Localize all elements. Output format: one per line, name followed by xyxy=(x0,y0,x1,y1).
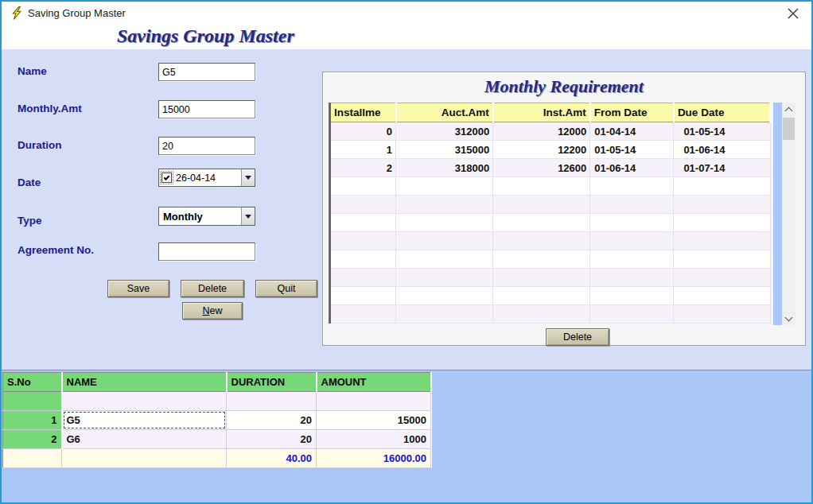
scroll-up-button[interactable] xyxy=(782,103,795,116)
summary-row[interactable]: 2 G6 20 1000 xyxy=(3,430,431,449)
agreement-no-label: Agreement No. xyxy=(18,244,94,256)
grid-header-row: Installme Auct.Amt Inst.Amt From Date Du… xyxy=(330,103,771,122)
cell-name-selected[interactable]: G5 xyxy=(62,411,227,430)
cell-due-date[interactable]: 01-05-14 xyxy=(674,122,770,141)
window-title: Saving Group Master xyxy=(28,7,126,19)
grid-header-due-date: Due Date xyxy=(674,103,770,122)
cell-duration[interactable]: 20 xyxy=(227,411,317,430)
monthly-amt-label: Monthly.Amt xyxy=(18,103,82,114)
grid-header-auct-amt: Auct.Amt xyxy=(396,103,493,122)
duration-input[interactable] xyxy=(158,137,255,155)
lightning-icon xyxy=(9,6,22,20)
cell-installment[interactable]: 1 xyxy=(330,141,396,159)
grid-empty-row[interactable] xyxy=(330,269,771,287)
cell-amount[interactable]: 15000 xyxy=(317,411,431,430)
name-input[interactable] xyxy=(158,63,255,81)
cell-installment[interactable]: 0 xyxy=(330,122,396,141)
chevron-down-icon xyxy=(785,313,793,321)
grid-empty-row[interactable] xyxy=(330,287,771,305)
cell-from-date[interactable]: 01-05-14 xyxy=(590,141,674,159)
panel-title: Monthly Requirement xyxy=(323,76,805,97)
type-selected-value: Monthly xyxy=(159,211,241,223)
summary-header-sno: S.No xyxy=(3,373,62,392)
cell-name[interactable]: G6 xyxy=(62,430,227,449)
cell-duration[interactable]: 20 xyxy=(227,430,317,449)
cell-auct-amt[interactable]: 315000 xyxy=(396,141,493,159)
cell-inst-amt[interactable]: 12600 xyxy=(493,159,590,177)
date-dropdown-button[interactable] xyxy=(241,169,255,186)
page-title: Savings Group Master xyxy=(117,25,294,47)
cell-installment[interactable]: 2 xyxy=(330,159,396,177)
name-label: Name xyxy=(18,65,47,77)
summary-header-name: NAME xyxy=(62,373,227,392)
cell-due-date[interactable]: 01-06-14 xyxy=(674,141,770,159)
summary-empty-row[interactable] xyxy=(3,392,431,411)
grid-row[interactable]: 0 312000 12000 01-04-14 01-05-14 xyxy=(330,122,771,141)
grid-empty-row[interactable] xyxy=(330,250,771,269)
cell-from-date[interactable]: 01-04-14 xyxy=(590,122,674,141)
total-amount: 16000.00 xyxy=(317,449,431,468)
monthly-requirement-panel: Monthly Requirement Installme Auct.Amt I… xyxy=(322,72,806,346)
chevron-up-icon xyxy=(785,107,793,115)
check-icon xyxy=(164,174,170,180)
cell-sno[interactable]: 1 xyxy=(3,411,62,430)
summary-header-amount: AMOUNT xyxy=(317,373,431,392)
date-checkbox[interactable] xyxy=(160,171,173,184)
summary-total-row: 40.00 16000.00 xyxy=(3,449,431,468)
grid-empty-row[interactable] xyxy=(330,232,771,250)
grid-row[interactable]: 2 318000 12600 01-06-14 01-07-14 xyxy=(330,159,771,177)
grid-scrollbar[interactable] xyxy=(782,103,795,325)
grid-header-from-date: From Date xyxy=(590,103,674,122)
monthly-amt-input[interactable] xyxy=(158,100,255,118)
save-button[interactable]: Save xyxy=(107,280,169,297)
grid-delete-button[interactable]: Delete xyxy=(546,328,609,346)
cell-inst-amt[interactable]: 12000 xyxy=(493,122,590,141)
groups-summary-table: S.No NAME DURATION AMOUNT 1 G5 20 15000 xyxy=(2,372,432,468)
summary-header-duration: DURATION xyxy=(227,373,317,392)
grid-empty-row[interactable] xyxy=(330,177,771,196)
date-value: 26-04-14 xyxy=(173,173,241,184)
duration-label: Duration xyxy=(18,139,62,151)
cell-auct-amt[interactable]: 318000 xyxy=(396,159,493,177)
type-dropdown-button[interactable] xyxy=(241,207,255,225)
cell-auct-amt[interactable]: 312000 xyxy=(396,122,493,141)
cell-amount[interactable]: 1000 xyxy=(317,430,431,449)
grid-empty-row[interactable] xyxy=(330,305,771,324)
cell-due-date[interactable]: 01-07-14 xyxy=(674,159,770,177)
type-label: Type xyxy=(18,215,42,227)
date-picker[interactable]: 26-04-14 xyxy=(158,169,255,187)
close-icon[interactable] xyxy=(787,7,799,20)
quit-button[interactable]: Quit xyxy=(255,280,317,297)
installment-grid: Installme Auct.Amt Inst.Amt From Date Du… xyxy=(329,103,771,324)
grid-header-installment: Installme xyxy=(330,103,396,122)
grid-empty-row[interactable] xyxy=(330,214,771,232)
type-select[interactable]: Monthly xyxy=(158,207,255,226)
chevron-down-icon xyxy=(245,176,251,180)
bottom-section: S.No NAME DURATION AMOUNT 1 G5 20 15000 xyxy=(2,370,811,502)
grid-row[interactable]: 1 315000 12200 01-05-14 01-06-14 xyxy=(330,141,771,159)
summary-row[interactable]: 1 G5 20 15000 xyxy=(3,411,431,430)
delete-button[interactable]: Delete xyxy=(181,280,244,297)
title-bar: Saving Group Master xyxy=(2,2,811,25)
app-window: Saving Group Master Savings Group Master… xyxy=(0,0,813,504)
scroll-down-button[interactable] xyxy=(782,312,795,325)
cell-from-date[interactable]: 01-06-14 xyxy=(590,159,674,177)
date-label: Date xyxy=(18,176,41,188)
agreement-no-input[interactable] xyxy=(158,242,255,261)
grid-filler-strip xyxy=(773,103,782,325)
cell-sno[interactable]: 2 xyxy=(3,430,62,449)
new-button[interactable]: New xyxy=(182,302,243,320)
grid-header-inst-amt: Inst.Amt xyxy=(493,103,590,122)
chevron-down-icon xyxy=(245,215,251,219)
selection-marquee xyxy=(64,412,226,428)
grid-empty-row[interactable] xyxy=(330,196,771,214)
summary-header-row: S.No NAME DURATION AMOUNT xyxy=(3,373,431,392)
cell-inst-amt[interactable]: 12200 xyxy=(493,141,590,159)
scrollbar-thumb[interactable] xyxy=(783,118,795,140)
total-duration: 40.00 xyxy=(227,449,317,468)
